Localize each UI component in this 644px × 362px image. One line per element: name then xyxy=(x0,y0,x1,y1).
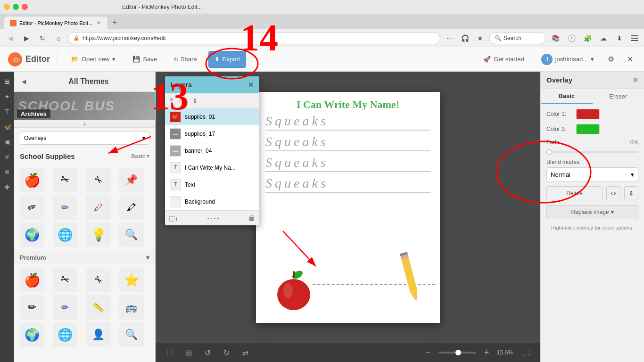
item-pencil1[interactable]: ✏ xyxy=(20,195,44,220)
sidebar-icon-plus[interactable]: ✚ xyxy=(1,181,13,193)
back-button[interactable]: ◀ xyxy=(4,32,17,45)
overlay-close-button[interactable]: ✕ xyxy=(633,76,638,84)
item-star-p[interactable]: ⭐ xyxy=(119,268,144,292)
zoom-out-button[interactable]: − xyxy=(421,346,435,359)
item-scissors[interactable]: ✂ xyxy=(53,168,77,192)
active-tab[interactable]: Editor - PicMonkey Photo Edit... ✕ xyxy=(4,16,108,29)
item-globe2[interactable]: 🌐 xyxy=(53,222,77,247)
move-top-button[interactable]: ⇑ xyxy=(169,97,174,105)
download-button[interactable]: ⬇ xyxy=(613,32,626,45)
flip-btn[interactable]: ⇕ xyxy=(624,186,638,200)
user-button[interactable]: J joshkrisad... ▾ xyxy=(537,51,599,68)
item-bus-p[interactable]: 🚌 xyxy=(119,295,144,320)
delete-button[interactable]: Delete xyxy=(546,186,603,200)
item-bulb[interactable]: 💡 xyxy=(86,222,111,247)
maximize-button[interactable] xyxy=(13,4,19,10)
move-down-button[interactable]: ↓ xyxy=(185,97,189,105)
sidebar-icon-text[interactable]: T xyxy=(1,106,13,118)
zoom-in-button[interactable]: + xyxy=(480,346,493,359)
grid-toggle-button[interactable]: ⊞ xyxy=(182,346,195,359)
item-marker[interactable]: 🖍 xyxy=(119,195,144,220)
undo-button[interactable]: ↺ xyxy=(201,346,214,359)
settings-button[interactable]: ⚙ xyxy=(604,53,618,66)
extensions-button[interactable]: ⋯ xyxy=(443,32,456,45)
item-globe1[interactable]: 🌍 xyxy=(20,222,44,247)
canvas-apple-overlay[interactable] xyxy=(270,266,317,313)
item-person-p[interactable]: 👤 xyxy=(86,322,111,347)
replace-image-button[interactable]: Replace image ▾ xyxy=(546,205,638,219)
item-pen[interactable]: 🖊 xyxy=(86,195,111,220)
collapse-button[interactable]: ◀ xyxy=(22,78,26,85)
home-button[interactable]: ⌂ xyxy=(52,32,65,45)
share-button[interactable]: ⎋ Share xyxy=(168,51,203,68)
premium-chevron[interactable]: ▾ xyxy=(146,254,149,261)
zoom-slider[interactable] xyxy=(438,352,476,354)
item-globe-p[interactable]: 🌍 xyxy=(20,322,44,347)
layer-item-3[interactable]: T I Can Write My Na... xyxy=(165,159,259,176)
item-scissors-p[interactable]: ✂ xyxy=(53,268,77,292)
get-started-button[interactable]: 🚀 Get started xyxy=(477,53,530,66)
item-pencil2-p[interactable]: ✏ xyxy=(53,295,77,320)
item-apple[interactable]: 🍎 xyxy=(20,168,44,192)
archives-banner[interactable]: SCHOOL BUS Archives xyxy=(14,92,155,120)
tab-close-button[interactable]: ✕ xyxy=(95,20,102,26)
sidebar-icon-frames[interactable]: ▣ xyxy=(1,136,13,148)
blend-mode-select[interactable]: Normal ▾ xyxy=(546,167,638,181)
layers-stack-icon[interactable]: ⬚ xyxy=(169,214,175,222)
layer-item-1[interactable]: — supplies_17 xyxy=(165,125,259,142)
redo-button[interactable]: ↻ xyxy=(220,346,233,359)
tab-eraser[interactable]: Eraser xyxy=(593,89,644,104)
close-editor-button[interactable]: ✕ xyxy=(623,53,636,66)
history-button[interactable]: 🕐 xyxy=(565,32,578,45)
sidebar-icon-filters[interactable]: ⊞ xyxy=(1,75,13,88)
export-button[interactable]: ⬆ Export xyxy=(208,51,247,68)
item-apple-p[interactable]: 🍎 xyxy=(20,268,44,292)
pocket-button[interactable]: 🎧 xyxy=(458,32,471,45)
color2-swatch[interactable] xyxy=(576,124,600,134)
sidebar-icon-texture[interactable]: # xyxy=(1,151,13,163)
open-new-button[interactable]: 📂 Open new ▾ xyxy=(66,51,121,68)
move-up-button[interactable]: ↑ xyxy=(178,97,182,105)
item-scissors2[interactable]: ✂ xyxy=(86,168,111,192)
sidebar-icon-snowflake[interactable]: ❄ xyxy=(1,166,13,178)
item-scissors2-p[interactable]: ✂ xyxy=(86,268,111,292)
save-button[interactable]: 💾 Save xyxy=(127,51,163,68)
minimize-button[interactable] xyxy=(4,4,10,10)
layers-down-icon[interactable]: ↓ xyxy=(175,214,178,222)
layer-item-4[interactable]: T Text xyxy=(165,176,259,193)
sync-button[interactable]: ☁ xyxy=(597,32,610,45)
fade-slider[interactable] xyxy=(546,151,638,153)
address-bar[interactable]: 🔒 https://www.picmonkey.com/#edit xyxy=(68,32,440,44)
item-pencil2[interactable]: ✏ xyxy=(53,195,77,220)
color1-swatch[interactable] xyxy=(576,109,600,119)
addon-button[interactable]: 🧩 xyxy=(581,32,594,45)
sidebar-icon-touch[interactable]: ✦ xyxy=(1,90,13,103)
library-button[interactable]: 📚 xyxy=(549,32,562,45)
flip-button[interactable]: ⇄ xyxy=(239,346,252,359)
layers-delete-icon[interactable]: 🗑 xyxy=(248,214,256,222)
item-globe2-p[interactable]: 🌐 xyxy=(53,322,77,347)
sidebar-icon-overlays[interactable]: 🦋 xyxy=(1,121,13,133)
move-bottom-button[interactable]: ⇓ xyxy=(192,97,198,105)
item-magnify-p[interactable]: 🔍 xyxy=(119,322,144,347)
browser-search-box[interactable]: 🔍 Search xyxy=(489,32,546,44)
item-pencil-p[interactable]: ✏ xyxy=(20,295,44,320)
layer-item-5[interactable]: Background xyxy=(165,193,259,210)
layers-toggle-button[interactable]: ⬚ xyxy=(163,346,176,359)
overlay-dropdown[interactable]: Overlays ▾ xyxy=(20,132,149,145)
close-button[interactable] xyxy=(22,4,28,10)
new-tab-button[interactable]: + xyxy=(108,16,121,29)
layer-item-2[interactable]: — banner_04 xyxy=(165,142,259,159)
layer-item-0[interactable]: 🍎 supplies_01 xyxy=(165,108,259,125)
section-dropdown[interactable]: Basic ▾ xyxy=(132,153,149,159)
fullscreen-button[interactable]: ⛶ xyxy=(520,346,533,359)
item-pushpin[interactable]: 📌 xyxy=(119,168,144,192)
resize-btn[interactable]: ⇔ xyxy=(606,186,620,200)
reload-button[interactable]: ↻ xyxy=(36,32,49,45)
item-magnify[interactable]: 🔍 xyxy=(119,222,144,247)
canvas-page[interactable]: I Can Write My Name! Squeaks Squeaks Squ… xyxy=(256,92,440,323)
forward-button[interactable]: ▶ xyxy=(20,32,33,45)
bookmark-button[interactable]: ★ xyxy=(473,32,487,45)
hamburger-menu[interactable] xyxy=(629,33,640,43)
layers-close-button[interactable]: ✕ xyxy=(248,81,254,89)
